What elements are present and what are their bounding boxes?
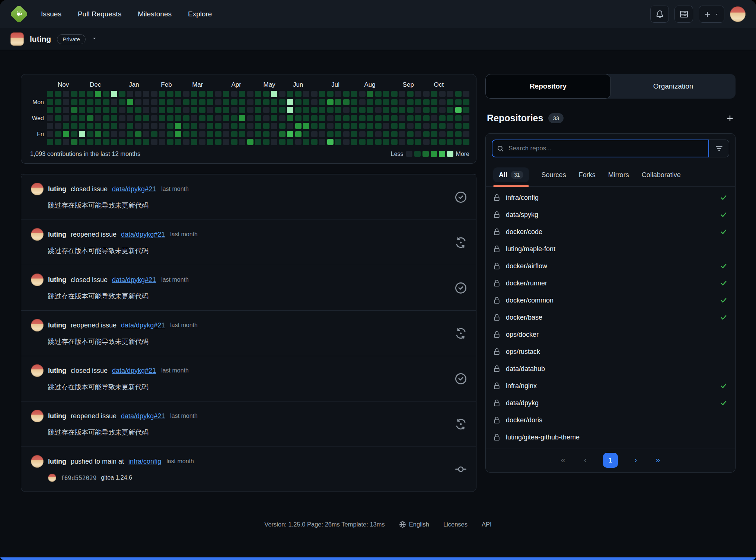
heatmap-cell[interactable]	[319, 131, 325, 137]
heatmap-cell[interactable]	[455, 123, 462, 129]
heatmap-cell[interactable]	[383, 99, 389, 105]
heatmap-cell[interactable]	[151, 139, 157, 145]
heatmap-cell[interactable]	[399, 139, 405, 145]
heatmap-cell[interactable]	[87, 91, 93, 97]
heatmap-cell[interactable]	[255, 123, 261, 129]
heatmap-cell[interactable]	[391, 115, 398, 121]
heatmap-cell[interactable]	[335, 123, 341, 129]
heatmap-cell[interactable]	[223, 131, 229, 137]
heatmap-cell[interactable]	[423, 139, 430, 145]
commit-sha-link[interactable]: f69d552029	[61, 474, 96, 481]
feed-target-link[interactable]: data/dpykg#21	[112, 276, 156, 284]
repo-filter-tab[interactable]: Mirrors	[608, 163, 629, 186]
heatmap-cell[interactable]	[95, 99, 101, 105]
heatmap-cell[interactable]	[263, 99, 269, 105]
heatmap-cell[interactable]	[319, 91, 325, 97]
heatmap-cell[interactable]	[191, 139, 197, 145]
heatmap-cell[interactable]	[47, 99, 53, 105]
heatmap-cell[interactable]	[335, 107, 341, 113]
heatmap-cell[interactable]	[111, 107, 117, 113]
heatmap-cell[interactable]	[143, 139, 149, 145]
heatmap-cell[interactable]	[247, 91, 253, 97]
heatmap-cell[interactable]	[439, 131, 446, 137]
heatmap-cell[interactable]	[383, 91, 389, 97]
heatmap-cell[interactable]	[143, 131, 149, 137]
heatmap-cell[interactable]	[47, 123, 53, 129]
heatmap-cell[interactable]	[103, 99, 109, 105]
heatmap-cell[interactable]	[367, 139, 373, 145]
heatmap-cell[interactable]	[199, 107, 205, 113]
heatmap-cell[interactable]	[279, 107, 286, 113]
heatmap-cell[interactable]	[255, 107, 261, 113]
heatmap-cell[interactable]	[423, 131, 430, 137]
heatmap-cell[interactable]	[423, 91, 430, 97]
heatmap-cell[interactable]	[191, 107, 197, 113]
heatmap-cell[interactable]	[167, 139, 173, 145]
repo-row[interactable]: luting/gitea-github-theme	[486, 429, 735, 446]
heatmap-cell[interactable]	[343, 91, 350, 97]
heatmap-cell[interactable]	[399, 107, 405, 113]
heatmap-cell[interactable]	[263, 91, 269, 97]
heatmap-cell[interactable]	[399, 91, 405, 97]
heatmap-cell[interactable]	[303, 115, 309, 121]
profile-dropdown-toggle[interactable]	[92, 36, 97, 43]
repo-search-input[interactable]	[508, 144, 704, 153]
heatmap-cell[interactable]	[231, 107, 237, 113]
heatmap-cell[interactable]	[271, 99, 277, 105]
heatmap-cell[interactable]	[279, 91, 286, 97]
heatmap-cell[interactable]	[343, 99, 350, 105]
heatmap-cell[interactable]	[415, 99, 421, 105]
admin-panel-button[interactable]	[674, 6, 693, 23]
heatmap-cell[interactable]	[223, 123, 229, 129]
heatmap-cell[interactable]	[71, 99, 77, 105]
heatmap-cell[interactable]	[415, 115, 421, 121]
heatmap-cell[interactable]	[311, 115, 318, 121]
heatmap-cell[interactable]	[287, 107, 293, 113]
heatmap-cell[interactable]	[263, 107, 269, 113]
heatmap-cell[interactable]	[383, 115, 389, 121]
heatmap-cell[interactable]	[335, 99, 341, 105]
heatmap-cell[interactable]	[135, 107, 141, 113]
heatmap-cell[interactable]	[215, 123, 221, 129]
heatmap-cell[interactable]	[303, 131, 309, 137]
heatmap-cell[interactable]	[127, 91, 133, 97]
heatmap-cell[interactable]	[79, 91, 85, 97]
heatmap-cell[interactable]	[175, 115, 181, 121]
heatmap-cell[interactable]	[447, 139, 453, 145]
heatmap-cell[interactable]	[87, 115, 93, 121]
heatmap-cell[interactable]	[175, 107, 181, 113]
heatmap-cell[interactable]	[55, 139, 61, 145]
heatmap-cell[interactable]	[391, 123, 398, 129]
heatmap-cell[interactable]	[199, 131, 205, 137]
heatmap-cell[interactable]	[447, 115, 453, 121]
repo-row[interactable]: infra/config	[486, 189, 735, 206]
heatmap-cell[interactable]	[215, 107, 221, 113]
heatmap-cell[interactable]	[111, 123, 117, 129]
heatmap-cell[interactable]	[231, 131, 237, 137]
heatmap-cell[interactable]	[199, 139, 205, 145]
repo-filter-tab[interactable]: Collaborative	[642, 163, 681, 186]
heatmap-cell[interactable]	[415, 123, 421, 129]
heatmap-cell[interactable]	[255, 139, 261, 145]
heatmap-cell[interactable]	[55, 123, 61, 129]
heatmap-cell[interactable]	[255, 115, 261, 121]
heatmap-cell[interactable]	[79, 131, 85, 137]
heatmap-cell[interactable]	[119, 91, 125, 97]
heatmap-cell[interactable]	[127, 115, 133, 121]
repo-row[interactable]: ops/docker	[486, 326, 735, 343]
heatmap-cell[interactable]	[79, 107, 85, 113]
heatmap-cell[interactable]	[127, 123, 133, 129]
feed-avatar[interactable]	[31, 364, 44, 377]
heatmap-cell[interactable]	[135, 139, 141, 145]
heatmap-cell[interactable]	[383, 131, 389, 137]
feed-avatar[interactable]	[31, 410, 44, 422]
heatmap-cell[interactable]	[79, 99, 85, 105]
heatmap-cell[interactable]	[447, 131, 453, 137]
heatmap-cell[interactable]	[391, 91, 398, 97]
heatmap-cell[interactable]	[295, 115, 302, 121]
heatmap-cell[interactable]	[351, 131, 357, 137]
heatmap-cell[interactable]	[231, 139, 237, 145]
heatmap-cell[interactable]	[119, 131, 125, 137]
heatmap-cell[interactable]	[319, 99, 325, 105]
heatmap-cell[interactable]	[359, 115, 366, 121]
